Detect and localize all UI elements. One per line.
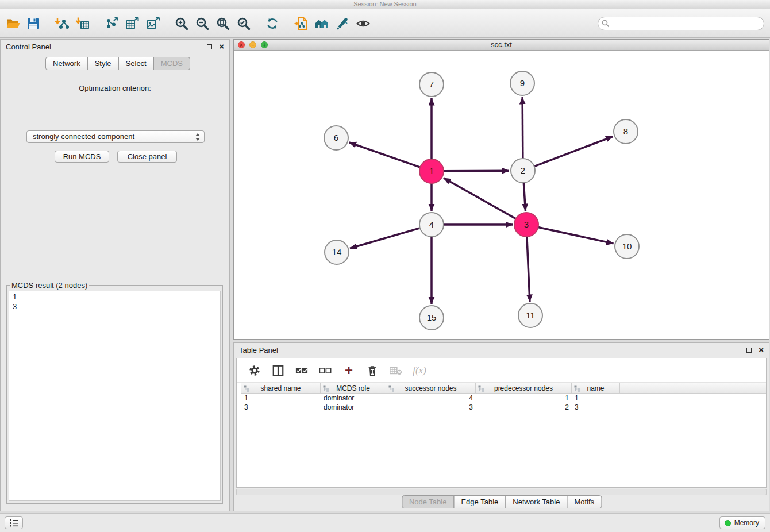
zoom-fit-icon[interactable] xyxy=(213,13,233,34)
graph-node-label: 15 xyxy=(427,313,437,322)
mcds-result-title: MCDS result (2 nodes) xyxy=(10,281,89,290)
column-type-icon xyxy=(574,385,580,392)
graph-edge-3-10[interactable] xyxy=(538,227,614,243)
apply-style-icon[interactable] xyxy=(332,13,353,34)
close-window-icon[interactable]: × xyxy=(238,41,245,48)
cell-successor-nodes[interactable]: 4 xyxy=(386,394,476,403)
task-history-button[interactable] xyxy=(5,516,23,529)
network-window-titlebar[interactable]: × − + scc.txt xyxy=(234,40,769,51)
cell-predecessor-nodes[interactable]: 1 xyxy=(476,394,572,403)
export-image-icon[interactable] xyxy=(143,13,163,34)
cell-mcds-role[interactable]: dominator xyxy=(321,394,386,403)
close-panel-icon[interactable]: × xyxy=(219,44,224,49)
show-columns-icon[interactable] xyxy=(271,363,286,378)
table-row[interactable]: 3 dominator 3 2 3 xyxy=(241,403,766,412)
float-table-panel-icon[interactable] xyxy=(746,348,752,353)
minimize-window-icon[interactable]: − xyxy=(249,41,256,48)
cell-mcds-role[interactable]: dominator xyxy=(321,403,386,412)
memory-button[interactable]: Memory xyxy=(719,516,765,529)
select-all-icon[interactable] xyxy=(294,363,309,378)
tab-mcds[interactable]: MCDS xyxy=(153,57,190,70)
graph-edge-2-3[interactable] xyxy=(523,183,525,211)
settings-gear-icon[interactable] xyxy=(247,363,262,378)
cell-name[interactable]: 1 xyxy=(572,394,620,403)
table-panel: Table Panel × + f(x) xyxy=(233,342,769,511)
cell-shared-name[interactable]: 3 xyxy=(241,403,321,412)
zoom-selected-icon[interactable] xyxy=(233,13,254,34)
add-row-icon[interactable]: + xyxy=(341,363,356,378)
network-graph[interactable]: 7968124310141511 xyxy=(234,51,769,339)
search-input[interactable] xyxy=(598,17,764,30)
graph-edge-4-14[interactable] xyxy=(350,228,420,248)
horizontal-scrollbar[interactable] xyxy=(236,489,767,495)
save-session-icon[interactable] xyxy=(23,13,44,34)
column-header-successor-nodes[interactable]: successor nodes xyxy=(386,383,476,393)
status-bar: Memory xyxy=(0,513,770,532)
graph-node-label: 7 xyxy=(429,79,434,89)
cell-successor-nodes[interactable]: 3 xyxy=(386,403,476,412)
unselect-all-icon[interactable] xyxy=(318,363,333,378)
import-network-icon[interactable] xyxy=(52,13,72,34)
task-list-icon xyxy=(9,519,18,527)
tab-motifs[interactable]: Motifs xyxy=(567,495,602,508)
maximize-window-icon[interactable]: + xyxy=(261,41,268,48)
export-table-icon[interactable] xyxy=(122,13,143,34)
function-builder-icon: f(x) xyxy=(412,363,427,378)
table-panel-title: Table Panel xyxy=(239,346,278,354)
tab-network-table[interactable]: Network Table xyxy=(505,495,567,508)
table-tabs: Node Table Edge Table Network Table Moti… xyxy=(402,495,601,508)
control-panel-header: Control Panel × xyxy=(1,40,229,53)
close-table-panel-icon[interactable]: × xyxy=(759,347,764,353)
column-header-name[interactable]: name xyxy=(572,383,620,393)
optimization-select[interactable]: strongly connected component xyxy=(26,130,205,143)
column-header-predecessor-nodes[interactable]: predecessor nodes xyxy=(476,383,572,393)
column-header-mcds-role[interactable]: MCDS role xyxy=(321,383,386,393)
table-row[interactable]: 1 dominator 4 1 1 xyxy=(241,394,766,403)
graph-edge-1-6[interactable] xyxy=(349,142,421,167)
column-type-icon xyxy=(323,385,329,392)
graph-edge-3-11[interactable] xyxy=(527,237,530,302)
graph-edge-3-1[interactable] xyxy=(444,178,516,219)
export-network-icon[interactable] xyxy=(101,13,122,34)
open-session-icon[interactable] xyxy=(2,13,23,34)
network-window: × − + scc.txt 7968124310141511 xyxy=(233,39,769,340)
float-panel-icon[interactable] xyxy=(207,44,212,49)
network-canvas[interactable]: 7968124310141511 xyxy=(234,51,769,339)
table-toolbar: + f(x) xyxy=(237,358,766,383)
column-header-shared-name[interactable]: shared name xyxy=(241,383,321,393)
table-panel-header: Table Panel × xyxy=(234,343,769,357)
delete-row-icon[interactable] xyxy=(365,363,380,378)
tab-node-table[interactable]: Node Table xyxy=(402,495,455,508)
graph-node-label: 14 xyxy=(332,247,342,257)
import-table-icon[interactable] xyxy=(72,13,93,34)
graph-node-label: 4 xyxy=(429,219,434,229)
close-panel-button[interactable]: Close panel xyxy=(117,151,177,163)
cell-predecessor-nodes[interactable]: 2 xyxy=(476,403,572,412)
graph-node-label: 6 xyxy=(334,133,338,142)
show-hide-icon[interactable] xyxy=(353,13,374,34)
home-icon[interactable] xyxy=(311,13,332,34)
graph-node-label: 2 xyxy=(521,165,525,175)
mcds-result-line: 3 xyxy=(13,302,217,311)
mcds-result-list[interactable]: 1 3 xyxy=(9,291,221,501)
table-content: + f(x) shared name MCDS role successor n… xyxy=(236,358,767,488)
tab-select[interactable]: Select xyxy=(118,57,154,70)
tab-style[interactable]: Style xyxy=(87,57,119,70)
graph-edge-2-9[interactable] xyxy=(522,97,523,159)
graph-node-label: 10 xyxy=(622,241,632,251)
zoom-in-icon[interactable] xyxy=(171,13,192,34)
tab-edge-table[interactable]: Edge Table xyxy=(453,495,506,508)
graph-edge-2-8[interactable] xyxy=(534,137,613,167)
network-window-title: scc.txt xyxy=(491,40,512,49)
cell-shared-name[interactable]: 1 xyxy=(241,394,321,403)
run-mcds-button[interactable]: Run MCDS xyxy=(55,151,109,163)
refresh-icon[interactable] xyxy=(262,13,283,34)
network-document-icon[interactable] xyxy=(291,13,311,34)
graph-edge-1-2[interactable] xyxy=(444,171,509,171)
cell-name[interactable]: 3 xyxy=(572,403,620,412)
column-type-icon xyxy=(244,385,250,392)
zoom-out-icon[interactable] xyxy=(192,13,213,34)
graph-node-label: 8 xyxy=(623,126,628,136)
control-panel-tabs: Network Style Select MCDS xyxy=(1,57,229,70)
tab-network[interactable]: Network xyxy=(45,57,88,70)
